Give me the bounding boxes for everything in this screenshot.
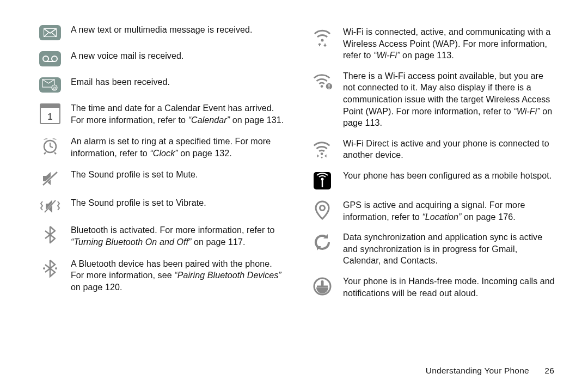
right-column: Wi-Fi is connected, active, and communic…: [311, 24, 558, 351]
icon-row: Wi-Fi Direct is active and your phone is…: [311, 138, 558, 161]
email-icon: @: [39, 76, 61, 93]
icon-row: An alarm is set to ring at a specified t…: [39, 136, 285, 159]
calendar-icon: 1: [39, 102, 61, 124]
svg-point-24: [321, 152, 323, 155]
message-icon: [39, 24, 61, 40]
icon-row: Your phone is in Hands-free mode. Incomi…: [311, 275, 558, 299]
manual-page: A new text or multimedia message is rece…: [0, 0, 588, 392]
columns: A new text or multimedia message is rece…: [39, 24, 558, 351]
icon-row: A Bluetooth device has been paired with …: [39, 258, 285, 293]
handsfree-icon: [311, 275, 333, 296]
icon-description: A new voice mail is received.: [71, 50, 183, 62]
svg-rect-31: [321, 280, 324, 286]
svg-point-18: [55, 267, 57, 270]
footer-section: Understanding Your Phone: [426, 366, 529, 375]
icon-description: A new text or multimedia message is rece…: [71, 24, 253, 36]
icon-row: A new text or multimedia message is rece…: [39, 24, 285, 40]
svg-point-29: [320, 205, 325, 210]
svg-point-17: [43, 267, 45, 270]
bluetooth-icon: [39, 224, 61, 244]
wifi-connected-icon: [311, 26, 333, 48]
alarm-icon: [39, 136, 61, 155]
icon-description: An alarm is set to ring at a specified t…: [71, 136, 285, 159]
icon-row: @Email has been received.: [39, 76, 285, 93]
svg-point-2: [43, 56, 48, 62]
voicemail-icon: [39, 50, 61, 66]
icon-description: Your phone is in Hands-free mode. Incomi…: [343, 275, 558, 299]
icon-row: Wi-Fi is connected, active, and communic…: [311, 26, 558, 62]
icon-description: Email has been received.: [71, 76, 170, 88]
icon-row: The Sound profile is set to Mute.: [39, 169, 285, 187]
svg-line-10: [50, 146, 53, 148]
icon-description: The time and date for a Calendar Event h…: [71, 102, 285, 126]
icon-row: Bluetooth is activated. For more informa…: [39, 224, 285, 248]
icon-description: Data synchronization and application syn…: [343, 231, 558, 267]
icon-description: The Sound profile is set to Vibrate.: [71, 197, 206, 209]
icon-row: Your phone has been configured as a mobi…: [311, 170, 558, 191]
icon-row: The Sound profile is set to Vibrate.: [39, 197, 285, 215]
icon-description: A Bluetooth device has been paired with …: [71, 258, 285, 293]
svg-line-11: [44, 152, 46, 154]
icon-description: Wi-Fi Direct is active and your phone is…: [343, 138, 558, 161]
svg-point-20: [321, 85, 323, 88]
mute-icon: [39, 169, 61, 187]
wifi-available-icon: [311, 70, 333, 91]
icon-row: A new voice mail is received.: [39, 50, 285, 66]
svg-line-12: [54, 152, 56, 154]
icon-description: Wi-Fi is connected, active, and communic…: [343, 26, 558, 62]
svg-point-27: [321, 177, 324, 180]
icon-row: 1The time and date for a Calendar Event …: [39, 102, 285, 126]
icon-description: There is a Wi-Fi access point available,…: [343, 70, 558, 129]
bluetooth-paired-icon: [39, 258, 61, 278]
vibrate-icon: [39, 197, 61, 215]
svg-rect-22: [328, 84, 329, 87]
sync-icon: [311, 231, 333, 252]
svg-point-3: [52, 56, 57, 62]
svg-rect-23: [328, 88, 329, 89]
icon-description: The Sound profile is set to Mute.: [71, 169, 198, 181]
icon-row: Data synchronization and application syn…: [311, 231, 558, 267]
icon-description: GPS is active and acquiring a signal. Fo…: [343, 199, 558, 223]
svg-point-19: [321, 39, 324, 42]
wifi-direct-icon: [311, 138, 333, 161]
left-column: A new text or multimedia message is rece…: [39, 24, 285, 351]
icon-description: Your phone has been configured as a mobi…: [343, 170, 552, 182]
footer-page-number: 26: [544, 366, 554, 376]
icon-row: GPS is active and acquiring a signal. Fo…: [311, 199, 558, 223]
page-footer: Understanding Your Phone 26: [39, 366, 558, 376]
gps-icon: [311, 199, 333, 221]
hotspot-icon: [311, 170, 333, 191]
icon-description: Bluetooth is activated. For more informa…: [71, 224, 285, 248]
icon-row: There is a Wi-Fi access point available,…: [311, 70, 558, 129]
svg-text:@: @: [52, 85, 57, 90]
svg-point-25: [321, 157, 323, 158]
